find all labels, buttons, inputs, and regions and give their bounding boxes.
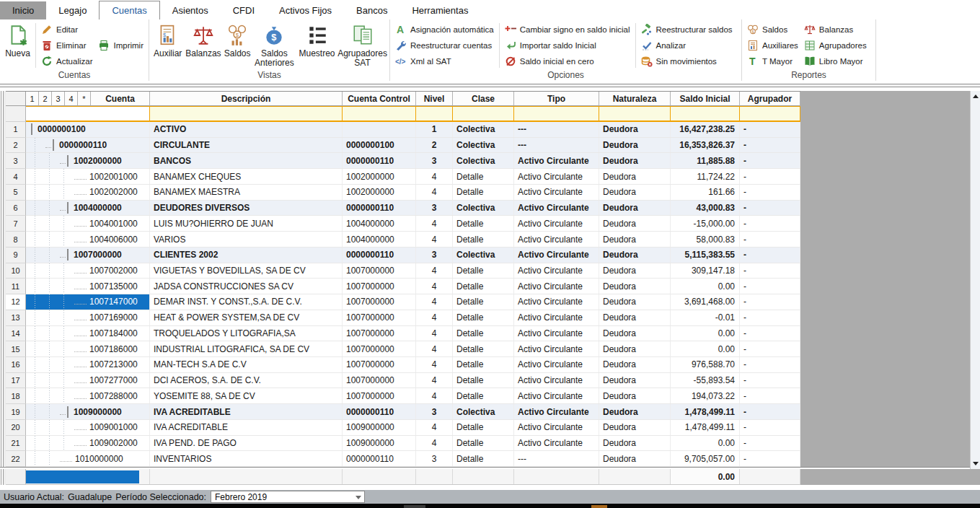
cell-cuenta-control[interactable]: 0000000110 xyxy=(343,201,416,216)
cell-descripcion[interactable]: LUIS MU?OHIERRO DE JUAN xyxy=(150,216,343,231)
cell-saldo-inicial[interactable]: -15,000.00 xyxy=(671,216,740,231)
tab-bancos[interactable]: Bancos xyxy=(344,1,399,19)
cell-clase[interactable]: Colectiva xyxy=(453,404,514,419)
cell-agrupador[interactable]: - xyxy=(740,420,800,435)
cell-descripcion[interactable]: JADSA CONSTRUCCIONES SA CV xyxy=(150,279,343,294)
cell-agrupador[interactable]: - xyxy=(740,310,800,325)
cell-nivel[interactable]: 4 xyxy=(416,436,453,451)
cell-nivel[interactable]: 4 xyxy=(416,420,453,435)
tab-herramientas[interactable]: Herramientas xyxy=(399,1,480,19)
scroll-down-button[interactable] xyxy=(971,458,980,469)
tab-asientos[interactable]: Asientos xyxy=(160,1,221,19)
cell-agrupador[interactable]: - xyxy=(740,169,800,184)
cell-descripcion[interactable]: BANAMEX CHEQUES xyxy=(150,169,343,184)
cell-tipo[interactable]: Activo Circulante xyxy=(514,185,599,200)
cell-descripcion[interactable]: DEUDORES DIVERSOS xyxy=(150,201,343,216)
cell-cuenta[interactable]: 1007147000 xyxy=(26,294,150,310)
cell-naturaleza[interactable]: Deudora xyxy=(599,404,671,419)
cell-clase[interactable]: Detalle xyxy=(453,185,514,200)
row-number[interactable]: 19 xyxy=(6,404,26,420)
cell-nivel[interactable]: 4 xyxy=(416,294,453,310)
row-number[interactable]: 6 xyxy=(6,201,26,216)
cell-agrupador[interactable]: - xyxy=(740,185,800,200)
cell-saldo-inicial[interactable]: 16,427,238.25 xyxy=(671,122,740,137)
cell-cuenta-control[interactable]: 1007000000 xyxy=(343,357,416,372)
cell-cuenta-control[interactable]: 1007000000 xyxy=(343,388,416,403)
cell-cuenta[interactable]: 1007135000 xyxy=(26,279,150,294)
cell-cuenta[interactable]: 1004006000 xyxy=(26,232,150,247)
cell-nivel[interactable]: 3 xyxy=(416,201,453,216)
cell-saldo-inicial[interactable]: 58,000.83 xyxy=(671,232,740,247)
reporte-balanzas-button[interactable]: Balanzas xyxy=(801,22,870,38)
row-number[interactable]: 11 xyxy=(6,279,26,294)
cell-naturaleza[interactable]: Deudora xyxy=(599,153,671,168)
horizontal-scrollbar-thumb[interactable] xyxy=(26,470,139,483)
cell-saldo-inicial[interactable]: 9,705,057.00 xyxy=(671,451,740,466)
table-row[interactable]: 11 1007135000 JADSA CONSTRUCCIONES SA CV… xyxy=(6,279,800,294)
table-row[interactable]: 14 1007184000 TROQUELADOS Y LITOGRAFIA,S… xyxy=(6,326,800,342)
column-header-naturaleza[interactable]: Naturaleza xyxy=(599,92,671,106)
filter-clase[interactable] xyxy=(453,106,514,122)
cell-clase[interactable]: Colectiva xyxy=(453,153,514,168)
cell-nivel[interactable]: 2 xyxy=(416,138,453,153)
cell-saldo-inicial[interactable]: 1,478,499.11 xyxy=(671,404,740,419)
cell-descripcion[interactable]: TROQUELADOS Y LITOGRAFIA,SA xyxy=(150,326,343,341)
cell-saldo-inicial[interactable]: 11,724.22 xyxy=(671,169,740,184)
cell-descripcion[interactable]: CLIENTES 2002 xyxy=(150,248,343,263)
cell-clase[interactable]: Detalle xyxy=(453,373,514,388)
cell-tipo[interactable]: Activo Circulante xyxy=(514,341,599,356)
filter-agrupador[interactable] xyxy=(740,106,800,122)
cell-naturaleza[interactable]: Deudora xyxy=(599,294,671,310)
table-row[interactable]: 9 1007000000 CLIENTES 2002 0000000110 3 … xyxy=(6,248,800,263)
row-number[interactable]: 16 xyxy=(6,357,26,373)
cell-agrupador[interactable]: - xyxy=(740,357,800,372)
imprimir-button[interactable]: Imprimir xyxy=(95,38,146,53)
cell-agrupador[interactable]: - xyxy=(740,153,800,168)
cell-descripcion[interactable]: HEAT & POWER SYSTEM,SA DE CV xyxy=(150,310,343,325)
cell-agrupador[interactable]: - xyxy=(740,451,800,466)
cell-naturaleza[interactable]: Deudora xyxy=(599,263,671,279)
cell-naturaleza[interactable]: Deudora xyxy=(599,357,671,372)
cell-cuenta[interactable]: 1007213000 xyxy=(26,357,150,372)
cell-saldo-inicial[interactable]: 0.00 xyxy=(671,326,740,341)
cell-naturaleza[interactable]: Deudora xyxy=(599,201,671,216)
cell-nivel[interactable]: 4 xyxy=(416,341,453,356)
cell-tipo[interactable]: Activo Circulante xyxy=(514,420,599,435)
cell-cuenta-control[interactable] xyxy=(343,122,416,137)
reporte-t-mayor-button[interactable]: T T Mayor xyxy=(744,53,801,69)
cell-naturaleza[interactable]: Deudora xyxy=(599,436,671,451)
filter-naturaleza[interactable] xyxy=(599,106,671,122)
cell-nivel[interactable]: 4 xyxy=(416,357,453,372)
level-button-1[interactable]: 1 xyxy=(26,92,39,106)
cell-nivel[interactable]: 4 xyxy=(416,185,453,200)
cell-tipo[interactable]: Activo Circulante xyxy=(514,169,599,184)
cell-cuenta-control[interactable]: 0000000110 xyxy=(343,404,416,419)
collapse-expand-box[interactable] xyxy=(67,202,69,214)
cell-saldo-inicial[interactable]: 16,353,826.37 xyxy=(671,138,740,153)
cell-descripcion[interactable]: DCI ACEROS, S.A. DE C.V. xyxy=(150,373,343,388)
cell-naturaleza[interactable]: Deudora xyxy=(599,420,671,435)
row-number[interactable]: 10 xyxy=(6,263,26,279)
cell-clase[interactable]: Detalle xyxy=(453,341,514,356)
cell-cuenta[interactable]: 1007277000 xyxy=(26,373,150,388)
cell-saldo-inicial[interactable]: 0.00 xyxy=(671,279,740,294)
cell-agrupador[interactable]: - xyxy=(740,341,800,356)
cell-descripcion[interactable]: IVA ACREDITABLE xyxy=(150,404,343,419)
cell-clase[interactable]: Detalle xyxy=(453,216,514,231)
cell-cuenta-control[interactable]: 1007000000 xyxy=(343,310,416,325)
cell-tipo[interactable]: --- xyxy=(514,451,599,466)
collapse-expand-box[interactable] xyxy=(31,123,32,135)
cell-cuenta[interactable]: 1004001000 xyxy=(26,216,150,231)
row-number[interactable]: 5 xyxy=(6,185,26,201)
cell-clase[interactable]: Detalle xyxy=(453,294,514,310)
saldo-inicial-cero-button[interactable]: Saldo inicial en cero xyxy=(502,53,633,69)
cell-clase[interactable]: Colectiva xyxy=(453,201,514,216)
table-row[interactable]: 3 1002000000 BANCOS 0000000110 3 Colecti… xyxy=(6,153,800,169)
cell-naturaleza[interactable]: Deudora xyxy=(599,248,671,263)
cell-cuenta-control[interactable]: 1007000000 xyxy=(343,341,416,356)
cell-agrupador[interactable]: - xyxy=(740,201,800,216)
cell-nivel[interactable]: 4 xyxy=(416,169,453,184)
cell-naturaleza[interactable]: Deudora xyxy=(599,138,671,153)
cell-agrupador[interactable]: - xyxy=(740,216,800,231)
collapse-expand-box[interactable] xyxy=(67,406,69,418)
